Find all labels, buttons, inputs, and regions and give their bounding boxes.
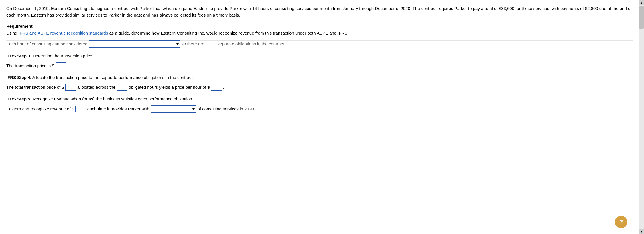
- cutoff-text1: Each hour of consulting can be considere…: [6, 41, 88, 46]
- recognize-text2: each time it provides Parker with: [87, 106, 149, 111]
- recognize-text3: of consulting services in 2020.: [198, 106, 255, 111]
- ifrs-step4-header: IFRS Step 4. Allocate the transaction pr…: [6, 75, 633, 80]
- ifrs-step5-text: Recognize revenue when (or as) the busin…: [31, 96, 193, 101]
- total-transaction-suffix: .: [223, 85, 224, 90]
- requirement-prefix: Using: [6, 31, 19, 35]
- total-transaction-row: The total transaction price of $allocate…: [6, 84, 633, 91]
- transaction-price-input[interactable]: [56, 62, 66, 69]
- ifrs-step5-header: IFRS Step 5. Recognize revenue when (or …: [6, 96, 633, 101]
- ifrs-step5-label: IFRS Step 5.: [6, 96, 31, 101]
- ifrs-step3-text: Determine the transaction price.: [31, 53, 94, 58]
- requirement-text: Using IFRS and ASPE revenue recognition …: [6, 30, 633, 36]
- help-icon[interactable]: ?: [615, 216, 627, 228]
- recognize-dropdown-arrow: [192, 108, 195, 110]
- transaction-price-suffix: .: [68, 63, 69, 68]
- ifrs-step3-label: IFRS Step 3.: [6, 53, 31, 58]
- transaction-price-prefix: The transaction price is $: [6, 63, 54, 68]
- total-transaction-text2: allocated across the: [77, 85, 115, 90]
- total-transaction-input2[interactable]: [117, 84, 127, 91]
- total-transaction-text3: obligated hours yields a price per hour …: [129, 85, 210, 90]
- cutoff-text3: separate obligations in the contract.: [218, 41, 285, 46]
- ifrs-step4-text: Allocate the transaction price to the se…: [31, 75, 194, 80]
- recognize-dropdown[interactable]: [151, 105, 196, 113]
- requirement-suffix: as a guide, determine how Eastern Consul…: [108, 31, 348, 35]
- scrollbar[interactable]: ▲ ▼: [639, 0, 644, 234]
- intro-paragraph: On December 1, 2019, Eastern Consulting …: [6, 5, 633, 19]
- recognize-input1[interactable]: [75, 106, 86, 112]
- total-transaction-input1[interactable]: [65, 84, 76, 91]
- ifrs-step3-header: IFRS Step 3. Determine the transaction p…: [6, 53, 633, 58]
- cutoff-input[interactable]: [206, 41, 216, 47]
- requirement-title: Requirement: [6, 24, 633, 29]
- recognize-revenue-row: Eastern can recognize revenue of $each t…: [6, 105, 633, 113]
- scrollbar-arrow-down[interactable]: ▼: [639, 229, 644, 234]
- cutoff-dropdown[interactable]: [89, 40, 180, 48]
- ifrs-aspe-link[interactable]: IFRS and ASPE revenue recognition standa…: [19, 31, 108, 35]
- main-content: On December 1, 2019, Eastern Consulting …: [0, 0, 639, 234]
- recognize-text1: Eastern can recognize revenue of $: [6, 106, 74, 111]
- ifrs-step4-label: IFRS Step 4.: [6, 75, 31, 80]
- total-transaction-input3[interactable]: [211, 84, 222, 91]
- requirement-section: Requirement Using IFRS and ASPE revenue …: [6, 24, 633, 36]
- cutoff-dropdown-arrow: [176, 43, 179, 45]
- total-transaction-text1: The total transaction price of $: [6, 85, 64, 90]
- scrollbar-arrow-up[interactable]: ▲: [639, 0, 644, 5]
- cutoff-text2: so there are: [182, 41, 204, 46]
- cutoff-row: Each hour of consulting can be considere…: [6, 40, 633, 48]
- transaction-price-row: The transaction price is $.: [6, 62, 633, 69]
- page-container: On December 1, 2019, Eastern Consulting …: [0, 0, 644, 234]
- scrollbar-thumb[interactable]: [639, 6, 644, 29]
